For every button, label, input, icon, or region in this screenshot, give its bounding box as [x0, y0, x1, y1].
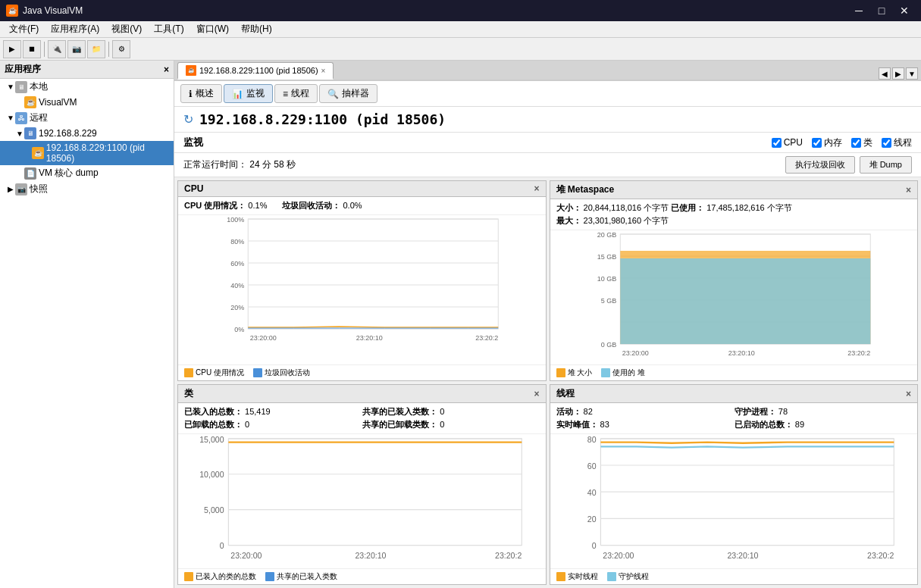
- class-shared-unloaded-stat: 共享的已卸载类数： 0: [362, 419, 539, 430]
- class-chart-legend: 已装入的类的总数 共享的已装入类数: [178, 568, 546, 584]
- sidebar-label-remote: 远程: [30, 111, 48, 124]
- menu-file[interactable]: 文件(F): [3, 21, 45, 37]
- svg-text:20: 20: [587, 514, 596, 524]
- svg-text:80%: 80%: [230, 238, 244, 246]
- charts-area: CPU × CPU 使用情况： 0.1% 垃圾回收活动： 0.0%: [174, 177, 921, 588]
- runtime-bar: 正常运行时间： 24 分 58 秒 执行垃圾回收 堆 Dump: [174, 153, 921, 177]
- heap-dump-button[interactable]: 堆 Dump: [860, 156, 912, 174]
- sidebar-label-visualvm: VisualVM: [39, 97, 77, 108]
- tab-prev-button[interactable]: ◀: [879, 67, 891, 80]
- menu-view[interactable]: 视图(V): [105, 21, 148, 37]
- class-chart-svg: 15,000 10,000 5,000 0 23:20:00 23:20:10 …: [178, 434, 546, 563]
- cpu-chart-panel: CPU × CPU 使用情况： 0.1% 垃圾回收活动： 0.0%: [177, 180, 547, 381]
- tab-sampler[interactable]: 🔍 抽样器: [319, 84, 377, 103]
- tab-close-button[interactable]: ×: [321, 67, 326, 75]
- sidebar-label-snapshot: 快照: [30, 183, 48, 195]
- class-chart-close[interactable]: ×: [534, 389, 539, 399]
- svg-text:60: 60: [587, 461, 596, 471]
- sidebar-item-snapshot[interactable]: ▶ 📷 快照: [0, 181, 174, 197]
- cpu-chart-stats: CPU 使用情况： 0.1% 垃圾回收活动： 0.0%: [178, 197, 546, 215]
- toolbar-btn-2[interactable]: ⏹: [23, 40, 41, 58]
- sidebar-close-icon[interactable]: ×: [164, 64, 169, 75]
- toolbar: ▶ ⏹ 🔌 📷 📁 ⚙: [0, 38, 921, 61]
- toolbar-btn-5[interactable]: 📁: [87, 40, 105, 58]
- sidebar-item-local[interactable]: ▼ 🖥 本地: [0, 79, 174, 95]
- toolbar-btn-6[interactable]: ⚙: [112, 40, 130, 58]
- threads-checkbox[interactable]: [882, 138, 891, 148]
- menu-applications[interactable]: 应用程序(A): [45, 21, 105, 37]
- checkbox-cpu[interactable]: CPU: [772, 137, 803, 148]
- minimize-button[interactable]: ─: [848, 3, 869, 18]
- tab-monitor[interactable]: 📊 监视: [224, 84, 273, 103]
- sidebar-item-remote-host[interactable]: ▼ 🖥 192.168.8.229: [0, 126, 174, 141]
- toolbar-btn-1[interactable]: ▶: [3, 40, 21, 58]
- svg-rect-33: [228, 439, 522, 546]
- threads-daemon-legend-label: 守护线程: [619, 571, 649, 582]
- checkbox-class[interactable]: 类: [851, 136, 872, 149]
- titlebar-title: Java VisualVM: [23, 5, 83, 16]
- svg-text:0: 0: [220, 541, 224, 550]
- class-legend-loaded: 已装入的类的总数: [184, 571, 256, 582]
- threads-label: 线程: [894, 136, 912, 149]
- sidebar-title: 应用程序: [5, 63, 41, 76]
- heap-chart-stats: 大小： 20,844,118,016 个字节 已使用： 17,485,182,6…: [550, 199, 918, 230]
- tab-overview-label: 概述: [196, 87, 214, 100]
- class-chart-stats: 已装入的总数： 15,419 共享的已装入类数： 0 已卸载的总数： 0 共享的…: [178, 403, 546, 434]
- heap-used-legend-label: 使用的 堆: [612, 368, 645, 378]
- tab-overview[interactable]: ℹ 概述: [180, 84, 222, 103]
- threads-peak-stat: 实时峰值： 83: [556, 419, 733, 430]
- cpu-chart-body: 100% 80% 60% 40% 20% 0% 23:20:00 23:20:1…: [178, 215, 546, 364]
- threads-chart-header: 线程 ×: [550, 385, 918, 403]
- svg-text:40: 40: [587, 488, 596, 497]
- sampler-icon: 🔍: [327, 89, 339, 99]
- inner-tabs: ℹ 概述 📊 监视 ≡ 线程 🔍 抽样器: [174, 81, 921, 107]
- cpu-checkbox[interactable]: [772, 138, 782, 148]
- heap-chart-close[interactable]: ×: [906, 185, 911, 195]
- class-checkbox[interactable]: [851, 138, 861, 148]
- tab-next-button[interactable]: ▶: [892, 67, 904, 80]
- heap-size-swatch: [556, 368, 565, 377]
- threads-chart-body: 80 60 40 20 0 23:20:00 23:20:10 23:20:2: [550, 434, 918, 568]
- app-icon: ☕: [6, 5, 18, 17]
- tab-threads[interactable]: ≡ 线程: [274, 84, 318, 103]
- svg-text:10 GB: 10 GB: [597, 275, 616, 283]
- menu-tools[interactable]: 工具(T): [148, 21, 190, 37]
- tab-menu-button[interactable]: ▼: [906, 67, 918, 80]
- dump-icon: 📄: [24, 167, 36, 180]
- class-loaded-stat: 已装入的总数： 15,419: [184, 406, 361, 418]
- heap-max-stat: 最大： 23,301,980,160 个字节: [556, 215, 912, 227]
- memory-checkbox[interactable]: [812, 138, 822, 148]
- svg-text:23:20:2: 23:20:2: [867, 551, 894, 560]
- sidebar-header: 应用程序 ×: [0, 61, 174, 79]
- svg-text:23:20:00: 23:20:00: [622, 349, 648, 357]
- maximize-button[interactable]: □: [871, 3, 892, 18]
- sidebar-item-visualvm[interactable]: ☕ VisualVM: [0, 95, 174, 110]
- svg-text:100%: 100%: [227, 216, 244, 224]
- svg-text:40%: 40%: [230, 282, 244, 289]
- threads-chart-close[interactable]: ×: [906, 389, 911, 399]
- svg-text:23:20:00: 23:20:00: [230, 551, 262, 560]
- main-tab[interactable]: ☕ 192.168.8.229:1100 (pid 18506) ×: [177, 62, 334, 80]
- toolbar-btn-3[interactable]: 🔌: [48, 40, 66, 58]
- threads-active-stat: 活动： 82: [556, 406, 733, 418]
- checkbox-memory[interactable]: 内存: [812, 136, 842, 149]
- svg-text:15 GB: 15 GB: [597, 253, 616, 261]
- menu-help[interactable]: 帮助(H): [235, 21, 278, 37]
- menubar: 文件(F) 应用程序(A) 视图(V) 工具(T) 窗口(W) 帮助(H): [0, 21, 921, 38]
- sidebar-item-remote-process[interactable]: ☕ 192.168.8.229:1100 (pid 18506): [0, 141, 174, 165]
- sidebar-item-vm-dump[interactable]: 📄 VM 核心 dump: [0, 165, 174, 181]
- sidebar-label-local: 本地: [30, 80, 48, 93]
- refresh-icon[interactable]: ↻: [183, 112, 193, 127]
- gc-button[interactable]: 执行垃圾回收: [785, 156, 855, 174]
- checkbox-threads[interactable]: 线程: [882, 136, 912, 149]
- sidebar-item-remote[interactable]: ▼ 🖧 远程: [0, 110, 174, 126]
- svg-text:23:20:2: 23:20:2: [475, 334, 498, 342]
- svg-text:0: 0: [591, 541, 596, 550]
- cpu-chart-close[interactable]: ×: [534, 183, 539, 194]
- class-loaded-legend-label: 已装入的类的总数: [196, 571, 256, 582]
- svg-text:80: 80: [587, 435, 596, 444]
- close-button[interactable]: ✕: [894, 3, 915, 18]
- toolbar-btn-4[interactable]: 📷: [67, 40, 86, 58]
- menu-window[interactable]: 窗口(W): [190, 21, 235, 37]
- cpu-chart-legend: CPU 使用情况 垃圾回收活动: [178, 364, 546, 380]
